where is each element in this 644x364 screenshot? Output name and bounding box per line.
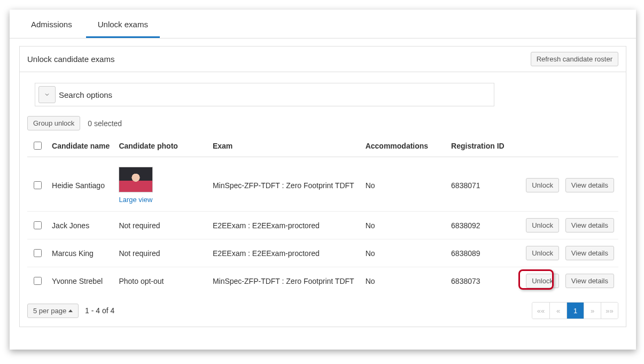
candidate-name: Jack Jones <box>48 212 114 239</box>
accommodations-cell: No <box>361 157 447 212</box>
col-header-exam: Exam <box>208 135 361 157</box>
registration-id-cell: 6838073 <box>447 267 511 295</box>
pager-first[interactable]: «« <box>532 303 549 319</box>
exam-cell: MinSpec-ZFP-TDFT : Zero Footprint TDFT <box>208 267 361 295</box>
candidate-name: Heidie Santiago <box>48 157 114 212</box>
actions-cell: Unlock View details <box>511 212 618 239</box>
col-header-registration-id: Registration ID <box>447 135 511 157</box>
select-all-checkbox[interactable] <box>34 142 42 150</box>
actions-cell: Unlock View details <box>511 267 618 295</box>
per-page-label: 5 per page <box>33 307 66 315</box>
unlock-button[interactable]: Unlock <box>526 218 559 233</box>
row-checkbox[interactable] <box>34 221 42 229</box>
registration-id-cell: 6838071 <box>447 157 511 212</box>
view-details-button[interactable]: View details <box>565 246 614 260</box>
accommodations-cell: No <box>361 239 447 267</box>
unlock-button[interactable]: Unlock <box>526 178 559 192</box>
col-header-name: Candidate name <box>48 135 114 157</box>
search-options-label: Search options <box>59 90 112 99</box>
candidate-name: Yvonne Strebel <box>48 267 114 295</box>
candidate-photo-cell: Not required <box>114 239 208 267</box>
candidates-table: Candidate name Candidate photo Exam Acco… <box>27 135 618 295</box>
table-row: Marcus King Not required E2EExam : E2EEx… <box>27 239 618 267</box>
view-details-button[interactable]: View details <box>565 218 614 233</box>
tab-unlock-exams[interactable]: Unlock exams <box>86 11 160 38</box>
per-page-dropdown[interactable]: 5 per page <box>27 304 79 318</box>
pager-page-1[interactable]: 1 <box>567 303 584 319</box>
row-checkbox[interactable] <box>34 181 42 189</box>
exam-cell: MinSpec-ZFP-TDFT : Zero Footprint TDFT <box>208 157 361 212</box>
col-header-photo: Candidate photo <box>114 135 208 157</box>
pager-prev[interactable]: « <box>549 303 567 319</box>
pager: «« « 1 » »» <box>532 302 618 319</box>
col-header-accommodations: Accommodations <box>361 135 447 157</box>
chevron-down-icon[interactable] <box>38 86 56 103</box>
view-details-button[interactable]: View details <box>565 178 614 192</box>
unlock-button[interactable]: Unlock <box>526 246 559 260</box>
candidate-name: Marcus King <box>48 239 114 267</box>
actions-cell: Unlock View details <box>511 239 618 267</box>
toolbar: Group unlock 0 selected <box>27 116 618 130</box>
candidate-photo-thumb <box>119 167 153 192</box>
candidate-photo-cell: Not required <box>114 212 208 239</box>
header-checkbox-cell <box>27 135 48 157</box>
pager-next[interactable]: » <box>584 303 601 319</box>
view-details-button[interactable]: View details <box>565 274 614 288</box>
pager-last[interactable]: »» <box>601 303 618 319</box>
large-view-link[interactable]: Large view <box>119 196 152 204</box>
table-row: Jack Jones Not required E2EExam : E2EExa… <box>27 212 618 239</box>
table-footer: 5 per page 1 - 4 of 4 «« « 1 » »» <box>27 302 618 319</box>
panel-header: Unlock candidate exams Refresh candidate… <box>20 47 626 72</box>
row-checkbox[interactable] <box>34 249 42 257</box>
unlock-exams-panel: Unlock candidate exams Refresh candidate… <box>19 46 626 327</box>
col-header-actions <box>511 135 618 157</box>
range-text: 1 - 4 of 4 <box>85 306 114 315</box>
panel-title: Unlock candidate exams <box>27 55 114 64</box>
table-row: Yvonne Strebel Photo opt-out MinSpec-ZFP… <box>27 267 618 295</box>
search-options-accordion[interactable]: Search options <box>35 83 494 106</box>
registration-id-cell: 6838089 <box>447 239 511 267</box>
group-unlock-button[interactable]: Group unlock <box>27 116 80 130</box>
accommodations-cell: No <box>361 267 447 295</box>
exam-cell: E2EExam : E2EExam-proctored <box>208 239 361 267</box>
exam-cell: E2EExam : E2EExam-proctored <box>208 212 361 239</box>
candidate-photo-cell: Photo opt-out <box>114 267 208 295</box>
triangle-up-icon <box>68 309 73 312</box>
row-checkbox[interactable] <box>34 277 42 285</box>
table-row: Heidie Santiago Large view MinSpec-ZFP-T… <box>27 157 618 212</box>
registration-id-cell: 6838092 <box>447 212 511 239</box>
unlock-button[interactable]: Unlock <box>526 274 559 288</box>
refresh-roster-button[interactable]: Refresh candidate roster <box>531 52 618 66</box>
accommodations-cell: No <box>361 212 447 239</box>
actions-cell: Unlock View details <box>511 157 618 212</box>
tabs-bar: Admissions Unlock exams <box>10 10 636 38</box>
candidate-photo-cell: Large view <box>114 157 208 212</box>
selected-count: 0 selected <box>88 119 122 128</box>
tab-admissions[interactable]: Admissions <box>19 11 84 38</box>
